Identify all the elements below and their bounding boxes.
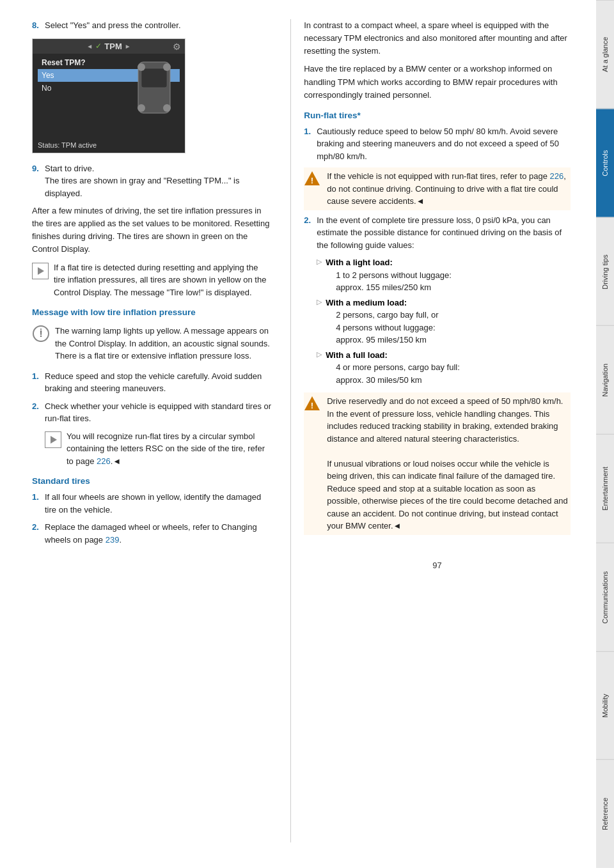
- step-9-num: 9.: [32, 162, 45, 200]
- svg-point-5: [163, 104, 171, 112]
- link-226-1[interactable]: 226: [97, 456, 111, 466]
- tab-entertainment[interactable]: Entertainment: [596, 434, 614, 543]
- svg-text:!: !: [40, 329, 43, 339]
- warn-tri-icon-1: !: [304, 170, 323, 208]
- bullet-list: ▷ With a light load: 1 to 2 persons with…: [317, 256, 571, 386]
- svg-point-4: [138, 104, 145, 112]
- section1-step-2-num: 2.: [32, 400, 45, 425]
- bullet-medium-label: With a medium load:: [326, 298, 407, 307]
- tab-at-a-glance[interactable]: At a glance: [596, 0, 614, 109]
- warn-tri-icon-2: !: [304, 395, 323, 532]
- play-icon-2: [45, 431, 61, 448]
- tab-reference[interactable]: Reference: [596, 759, 614, 868]
- tab-mobility[interactable]: Mobility: [596, 651, 614, 760]
- step-9-text: Start to drive.: [45, 162, 271, 175]
- run-flat-heading: Run-flat tires*: [304, 111, 571, 120]
- section1-step-2: 2. Check whether your vehicle is equippe…: [32, 400, 271, 425]
- page-number: 97: [304, 561, 571, 570]
- bullet-medium-load: ▷ With a medium load: 2 persons, cargo b…: [317, 297, 571, 346]
- standard-step-2-num: 2.: [32, 521, 45, 546]
- bullet-medium-sub: 2 persons, cargo bay full, or4 persons w…: [336, 309, 438, 346]
- right-para-2: Have the tire replaced by a BMW center o…: [304, 63, 571, 101]
- bullet-full-label: With a full load:: [326, 350, 388, 360]
- svg-rect-1: [141, 68, 167, 88]
- link-239[interactable]: 239: [106, 535, 120, 545]
- tpm-car-display: [129, 56, 180, 120]
- left-column: 8. Select "Yes" and press the controller…: [32, 19, 284, 842]
- run-flat-step-2: 2. In the event of complete tire pressur…: [304, 214, 571, 252]
- main-content: 8. Select "Yes" and press the controller…: [0, 0, 596, 868]
- svg-point-2: [138, 63, 145, 71]
- tpm-screen-image: ◄ ✓ TPM ► ⚙ Reset TPM? Yes No: [32, 38, 185, 153]
- bullet-light-load: ▷ With a light load: 1 to 2 persons with…: [317, 256, 571, 294]
- standard-step-2: 2. Replace the damaged wheel or wheels, …: [32, 521, 271, 546]
- play-triangle-1: [38, 267, 44, 275]
- bullet-medium-load-text: With a medium load: 2 persons, cargo bay…: [326, 297, 438, 346]
- page-container: 8. Select "Yes" and press the controller…: [0, 0, 614, 868]
- low-tire-warning-text: The warning lamp lights up yellow. A mes…: [55, 325, 271, 362]
- note-flat-tire: If a flat tire is detected during resett…: [32, 261, 271, 299]
- warn-drive-reservedly-text: Drive reservedly and do not exceed a spe…: [327, 395, 571, 532]
- note-run-flat-text: You will recognize run-flat tires by a c…: [67, 430, 271, 468]
- excl-circle-icon: !: [32, 325, 51, 362]
- warn-drive-reservedly: ! Drive reservedly and do not exceed a s…: [304, 392, 571, 535]
- run-flat-step-2-num: 2.: [304, 214, 317, 252]
- link-226-2[interactable]: 226: [550, 171, 564, 181]
- section1-step-1-text: Reduce speed and stop the vehicle carefu…: [45, 370, 271, 395]
- column-divider: [290, 19, 291, 842]
- tab-controls[interactable]: Controls: [596, 109, 614, 217]
- tab-communications[interactable]: Communications: [596, 543, 614, 651]
- sidebar-tabs: At a glance Controls Driving tips Naviga…: [596, 0, 614, 868]
- note-run-flat: You will recognize run-flat tires by a c…: [45, 430, 271, 468]
- tpm-left-arrow: ◄: [86, 43, 93, 50]
- tab-navigation[interactable]: Navigation: [596, 325, 614, 434]
- note-flat-tire-text: If a flat tire is detected during resett…: [54, 261, 271, 299]
- play-triangle-2: [51, 436, 57, 444]
- tpm-header: ◄ ✓ TPM ► ⚙: [33, 39, 185, 54]
- section-standard-tires-heading: Standard tires: [32, 476, 271, 486]
- section-low-tire-heading: Message with low tire inflation pressure: [32, 307, 271, 317]
- run-flat-step-1-text: Cautiously reduce speed to below 50 mph/…: [317, 125, 571, 163]
- svg-text:!: !: [311, 401, 313, 410]
- bullet-full-load: ▷ With a full load: 4 or more persons, c…: [317, 349, 571, 387]
- run-flat-step-2-text: In the event of complete tire pressure l…: [317, 214, 571, 252]
- standard-step-2-text: Replace the damaged wheel or wheels, ref…: [45, 521, 271, 546]
- step-9-sub: The tires are shown in gray and "Resetti…: [45, 174, 271, 199]
- section1-step-2-text: Check whether your vehicle is equipped w…: [45, 400, 271, 425]
- run-flat-step-1-num: 1.: [304, 125, 317, 163]
- tpm-right-arrow: ►: [125, 43, 131, 50]
- tpm-check: ✓: [95, 42, 102, 50]
- tpm-settings-icon: ⚙: [173, 42, 181, 52]
- bullet-full-sub: 4 or more persons, cargo bay full:approx…: [336, 361, 460, 386]
- run-flat-step-1: 1. Cautiously reduce speed to below 50 m…: [304, 125, 571, 163]
- svg-text:!: !: [311, 176, 313, 185]
- warn-not-run-flat-text: If the vehicle is not equipped with run-…: [327, 170, 571, 208]
- section1-step-1: 1. Reduce speed and stop the vehicle car…: [32, 370, 271, 395]
- bullet-full-load-text: With a full load: 4 or more persons, car…: [326, 349, 460, 387]
- step-8-text: Select "Yes" and press the controller.: [45, 19, 271, 32]
- warn-not-run-flat: ! If the vehicle is not equipped with ru…: [304, 167, 571, 210]
- low-tire-warning-box: ! The warning lamp lights up yellow. A m…: [32, 322, 271, 365]
- bullet-arrow-1: ▷: [317, 258, 322, 294]
- svg-point-3: [163, 63, 171, 71]
- bullet-light-load-text: With a light load: 1 to 2 persons withou…: [326, 256, 452, 294]
- tab-driving-tips[interactable]: Driving tips: [596, 217, 614, 326]
- play-icon-1: [32, 263, 49, 279]
- standard-step-1: 1. If all four wheels are shown in yello…: [32, 491, 271, 516]
- bullet-arrow-3: ▷: [317, 350, 322, 387]
- bullet-light-sub: 1 to 2 persons without luggage:approx. 1…: [336, 269, 452, 294]
- right-para-1: In contrast to a compact wheel, a spare …: [304, 19, 571, 58]
- bullet-arrow-2: ▷: [317, 298, 322, 346]
- standard-step-1-text: If all four wheels are shown in yellow, …: [45, 491, 271, 516]
- section1-step-1-num: 1.: [32, 370, 45, 395]
- standard-step-1-num: 1.: [32, 491, 45, 516]
- bullet-light-label: With a light load:: [326, 258, 393, 267]
- step-9-content: Start to drive. The tires are shown in g…: [45, 162, 271, 200]
- step-8-num: 8.: [32, 19, 45, 32]
- step-8: 8. Select "Yes" and press the controller…: [32, 19, 271, 32]
- tpm-status: Status: TPM active: [38, 141, 97, 149]
- step-9: 9. Start to drive. The tires are shown i…: [32, 162, 271, 200]
- right-column: In contrast to a compact wheel, a spare …: [297, 19, 571, 842]
- left-para-1: After a few minutes of driving, the set …: [32, 205, 271, 256]
- tpm-title: TPM: [104, 42, 122, 51]
